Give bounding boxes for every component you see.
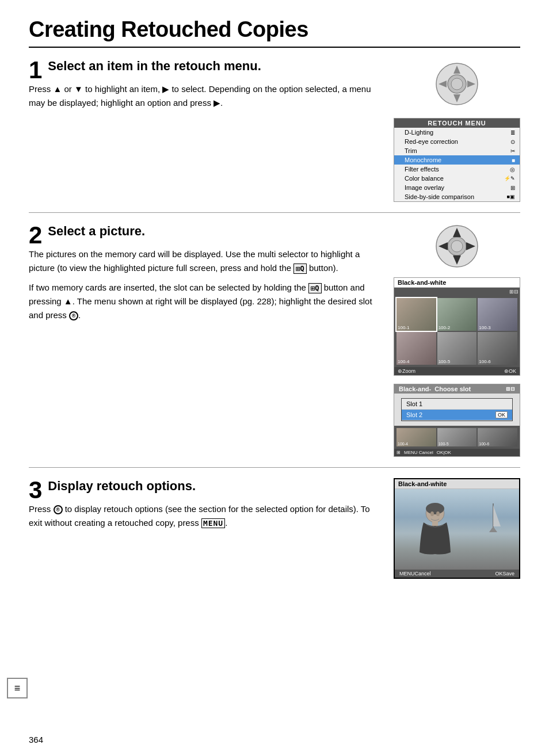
step2-body2: If two memory cards are inserted, the sl…: [29, 281, 382, 322]
thumb-3: 100-3: [478, 298, 517, 331]
step2-section: 2 Select a picture. The pictures on the …: [29, 223, 520, 468]
page-number: 364: [29, 735, 43, 744]
svg-marker-15: [493, 505, 501, 526]
picture-grid-mockup: Black-and-white ⊞⊟ 100-1 100-2: [394, 277, 520, 376]
svg-point-20: [436, 511, 440, 516]
svg-rect-21: [432, 521, 438, 526]
photo-display-mockup: Black-and-white: [394, 478, 520, 579]
menu-item-monochrome: Monochrome■: [394, 155, 520, 165]
step2-heading: Select a picture.: [29, 223, 382, 240]
step3-section: 3 Display retouch options. Press ® to di…: [29, 478, 520, 589]
thumb-4: 100-4: [396, 332, 436, 365]
slot1-item: Slot 1: [402, 399, 512, 410]
grid-footer: ⊛Zoom ⊛OK: [394, 367, 520, 375]
step2-left: 2 Select a picture. The pictures on the …: [29, 223, 382, 328]
step2-number: 2: [29, 223, 42, 247]
menu-item-trim: Trim✂: [394, 146, 520, 155]
choose-slot-mockup: Black-and-Choose slot ⊞⊟ Slot 1 Slot 2 O…: [394, 384, 520, 457]
slot2-item: Slot 2 OK: [402, 410, 512, 421]
grid-title: Black-and-white: [394, 278, 520, 288]
step1-body: Press ▲ or ▼ to highlight an item, ▶ to …: [29, 82, 382, 110]
step1-section: 1 Select an item in the retouch menu. Pr…: [29, 58, 520, 213]
step2-right: Black-and-white ⊞⊟ 100-1 100-2: [394, 223, 520, 457]
cthumb-3: 100-6: [478, 428, 517, 446]
menu-item-sidebyside: Side-by-side comparison■▣: [394, 192, 520, 201]
cthumb-2: 100-5: [437, 428, 477, 446]
sidebar-menu-icon: ≡: [7, 678, 28, 698]
step3-number: 3: [29, 478, 42, 502]
step3-left: 3 Display retouch options. Press ® to di…: [29, 478, 382, 536]
step3-body: Press ® to display retouch options (see …: [29, 502, 382, 530]
step1-right: RETOUCH MENU D-Lighting≣ Red-eye correct…: [394, 58, 520, 202]
photo-footer: MENUCancel OKSave: [395, 570, 519, 578]
menu-item-filter: Filter effects◎: [394, 165, 520, 174]
menu-item-overlay: Image overlay⊞: [394, 183, 520, 192]
step3-heading: Display retouch options.: [29, 478, 382, 495]
footer-cancel: MENUCancel: [399, 571, 431, 576]
menu-item-dlighting: D-Lighting≣: [394, 128, 520, 137]
svg-marker-16: [489, 526, 497, 532]
choose-slot-header: Black-and-Choose slot ⊞⊟: [394, 384, 520, 394]
menu-item-redeye: Red-eye correction⊙: [394, 137, 520, 146]
thumb-6: 100-6: [478, 332, 517, 365]
nav-icon-step1: [434, 61, 480, 107]
thumb-2: 100-2: [437, 298, 477, 331]
svg-point-19: [430, 511, 434, 516]
retouch-menu-title: RETOUCH MENU: [394, 119, 520, 128]
menu-item-colorbalance: Color balance⚡✎: [394, 174, 520, 183]
footer-save: OKSave: [495, 571, 514, 576]
step3-right: Black-and-white: [394, 478, 520, 579]
svg-point-18: [426, 503, 444, 514]
page-title: Creating Retouched Copies: [29, 17, 520, 48]
photo-title: Black-and-white: [395, 479, 519, 489]
svg-point-13: [451, 240, 463, 252]
step1-left: 1 Select an item in the retouch menu. Pr…: [29, 58, 382, 116]
svg-point-6: [451, 78, 463, 90]
person-svg: [409, 501, 461, 570]
retouch-menu-mockup: RETOUCH MENU D-Lighting≣ Red-eye correct…: [394, 118, 520, 202]
nav-icon-step2: [434, 223, 480, 269]
cthumb-1: 100-4: [396, 428, 436, 446]
thumb-5: 100-5: [437, 332, 477, 365]
slot-popup: Slot 1 Slot 2 OK: [401, 398, 513, 421]
step1-heading: Select an item in the retouch menu.: [29, 58, 382, 75]
thumb-1: 100-1: [396, 298, 436, 331]
photo-canvas: [395, 489, 519, 570]
slot-footer: ⊞MENU CancelOK|OK: [394, 449, 520, 456]
step1-number: 1: [29, 58, 42, 82]
step2-body1: The pictures on the memory card will be …: [29, 247, 382, 275]
